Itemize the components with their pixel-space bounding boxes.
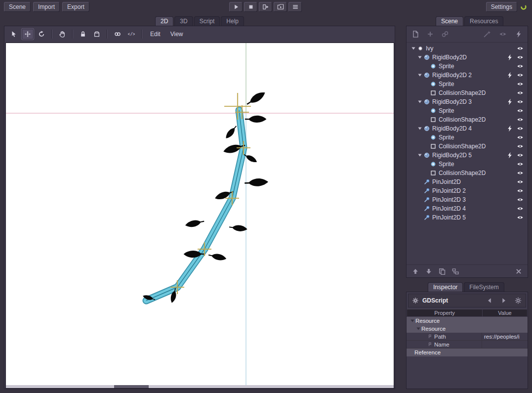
tab-help[interactable]: Help: [221, 16, 244, 26]
inspector-category-reference[interactable]: Reference: [407, 349, 528, 356]
inspector-category-resource[interactable]: Resource: [407, 325, 528, 333]
tree-node-rigidbody2d-2[interactable]: RigidBody2D 2: [408, 71, 527, 80]
collapse-arrow-icon[interactable]: [415, 326, 421, 332]
link-button[interactable]: [111, 28, 124, 40]
visibility-eye-icon[interactable]: [517, 107, 524, 114]
move-up-button[interactable]: [411, 267, 419, 275]
visibility-eye-icon[interactable]: [517, 143, 524, 150]
tree-node-sprite[interactable]: Sprite: [408, 80, 527, 88]
settings-button[interactable]: Settings: [486, 2, 517, 12]
tree-node-rigidbody2d-5[interactable]: RigidBody2D 5: [408, 151, 527, 160]
canvas-hscrollbar[interactable]: [6, 385, 394, 388]
collapse-arrow-icon[interactable]: [417, 72, 423, 78]
visibility-eye-icon[interactable]: [517, 116, 524, 123]
delete-node-button[interactable]: [515, 267, 523, 275]
tree-node-rigidbody2d-4[interactable]: RigidBody2D 4: [408, 124, 527, 133]
visibility-eye-icon[interactable]: [517, 54, 524, 61]
tree-node-sprite[interactable]: Sprite: [408, 133, 527, 142]
collapse-arrow-icon[interactable]: [417, 126, 423, 131]
tree-node-rigidbody2d-3[interactable]: RigidBody2D 3: [408, 97, 527, 106]
tree-node-collisionshape2d[interactable]: CollisionShape2D: [408, 115, 527, 124]
visibility-eye-icon[interactable]: [517, 45, 524, 52]
stop-button[interactable]: [244, 2, 257, 12]
tab-2d[interactable]: 2D: [155, 16, 173, 26]
dock-tab-resources[interactable]: Resources: [464, 16, 503, 26]
visibility-eye-icon[interactable]: [517, 161, 524, 168]
property-column-header[interactable]: Property: [407, 309, 482, 316]
tree-node-collisionshape2d[interactable]: CollisionShape2D: [408, 142, 527, 151]
visibility-eye-icon[interactable]: [517, 187, 524, 194]
play-button[interactable]: [229, 2, 243, 12]
move-down-button[interactable]: [425, 267, 433, 275]
visibility-eye-icon[interactable]: [517, 152, 524, 159]
tree-node-pinjoint2d-2[interactable]: PinJoint2D 2: [408, 186, 527, 195]
select-tool[interactable]: [7, 28, 20, 40]
value-column-header[interactable]: Value: [483, 309, 527, 316]
visibility-eye-icon[interactable]: [517, 170, 524, 176]
next-resource-button[interactable]: [500, 297, 508, 305]
tree-node-ivy[interactable]: Ivy: [408, 44, 527, 53]
tree-node-collisionshape2d[interactable]: CollisionShape2D: [408, 169, 527, 177]
tab-script[interactable]: Script: [194, 16, 220, 26]
reparent-node-button[interactable]: [451, 267, 459, 275]
dock-tab-scene[interactable]: Scene: [436, 16, 463, 26]
prev-resource-button[interactable]: [486, 297, 493, 305]
collapse-arrow-icon[interactable]: [417, 152, 423, 158]
tree-node-pinjoint2d-4[interactable]: PinJoint2D 4: [408, 204, 527, 213]
play-custom-scene-button[interactable]: [274, 2, 287, 12]
inspector-category-resource[interactable]: Resource: [407, 317, 528, 325]
visibility-eye-icon[interactable]: [517, 134, 524, 141]
add-node-button[interactable]: [426, 30, 434, 38]
connections-bolt-icon[interactable]: [506, 125, 513, 132]
duplicate-node-button[interactable]: [438, 267, 446, 275]
tree-node-pinjoint2d-5[interactable]: PinJoint2D 5: [408, 213, 527, 222]
menu-scene[interactable]: Scene: [4, 2, 31, 12]
collapse-arrow-icon[interactable]: [417, 99, 423, 105]
visibility-eye-icon[interactable]: [517, 89, 524, 96]
rotate-tool[interactable]: [35, 28, 48, 40]
dock-tab-filesystem[interactable]: FileSystem: [464, 282, 504, 292]
visibility-eye-icon[interactable]: [517, 205, 524, 212]
tree-node-sprite[interactable]: Sprite: [408, 106, 527, 115]
visibility-options-button[interactable]: [499, 30, 507, 38]
visibility-eye-icon[interactable]: [517, 196, 524, 203]
visibility-eye-icon[interactable]: [517, 214, 524, 221]
visibility-eye-icon[interactable]: [517, 125, 524, 132]
tree-node-collisionshape2d[interactable]: CollisionShape2D: [408, 88, 527, 97]
visibility-eye-icon[interactable]: [517, 178, 524, 185]
tree-node-pinjoint2d-3[interactable]: PinJoint2D 3: [408, 195, 527, 204]
tree-node-sprite[interactable]: Sprite: [408, 160, 527, 169]
tree-node-rigidbody2d[interactable]: RigidBody2D: [408, 53, 527, 62]
visibility-eye-icon[interactable]: [517, 63, 524, 70]
instance-scene-button[interactable]: [441, 30, 449, 38]
connections-bolt-icon[interactable]: [506, 72, 513, 79]
play-scene-button[interactable]: [259, 2, 272, 12]
menu-import[interactable]: Import: [33, 2, 60, 12]
inspector-row-name[interactable]: Name: [407, 341, 528, 349]
debug-options-button[interactable]: [288, 2, 302, 12]
collapse-arrow-icon[interactable]: [409, 318, 415, 324]
hscrollbar-handle[interactable]: [114, 385, 149, 388]
menu-edit[interactable]: Edit: [146, 29, 165, 39]
tree-node-sprite[interactable]: Sprite: [408, 62, 527, 71]
tree-node-pinjoint2d[interactable]: PinJoint2D: [408, 177, 527, 186]
connections-bolt-icon[interactable]: [506, 98, 513, 105]
connections-bolt-icon[interactable]: [506, 152, 513, 159]
menu-export[interactable]: Export: [62, 2, 89, 12]
pan-tool[interactable]: [56, 28, 69, 40]
edit-script-button[interactable]: </>: [125, 28, 138, 40]
collapse-arrow-icon[interactable]: [417, 54, 423, 60]
tool-menu-button[interactable]: [483, 30, 491, 38]
property-value[interactable]: res://peoples/i: [482, 333, 528, 340]
viewport-canvas[interactable]: [5, 43, 394, 389]
signals-button[interactable]: [515, 30, 523, 38]
property-value[interactable]: [482, 341, 528, 348]
new-scene-button[interactable]: [411, 30, 419, 38]
visibility-eye-icon[interactable]: [517, 98, 524, 105]
move-tool[interactable]: [21, 28, 34, 40]
inspector-menu-button[interactable]: [514, 297, 522, 305]
collapse-arrow-icon[interactable]: [410, 45, 416, 51]
tab-3d[interactable]: 3D: [174, 16, 193, 26]
connections-bolt-icon[interactable]: [506, 54, 513, 61]
lock-object-button[interactable]: [77, 28, 89, 40]
